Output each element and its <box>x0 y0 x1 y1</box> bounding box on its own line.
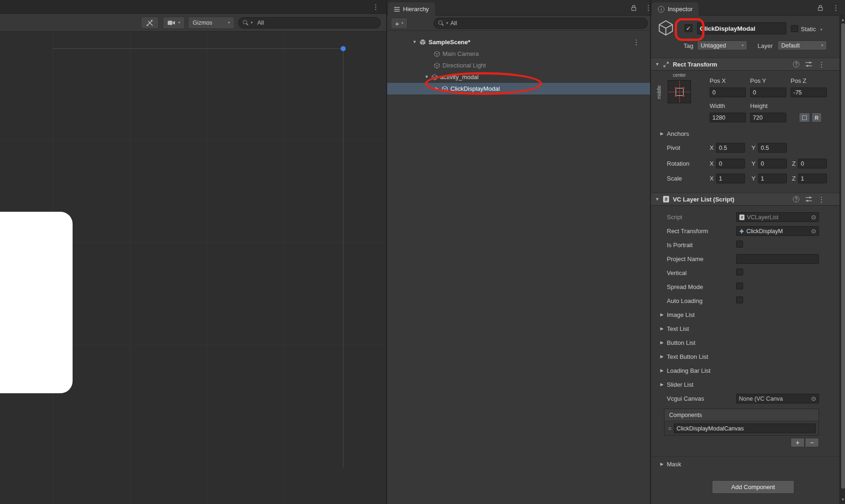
create-object-button[interactable]: + ▾ <box>391 18 408 29</box>
scene-options-kebab-icon[interactable]: ⋮ <box>633 39 640 46</box>
static-dropdown-icon[interactable]: ▾ <box>820 28 822 32</box>
vcgui-canvas-object-field[interactable]: None (VC Canva ⊙ <box>736 394 819 403</box>
tree-item-main-camera[interactable]: Main Camera <box>387 48 650 60</box>
add-component-button[interactable]: Add Component <box>712 480 794 494</box>
list-remove-button[interactable]: − <box>805 438 819 447</box>
hierarchy-search-input[interactable]: ▾ All <box>434 18 648 29</box>
anchor-preset-icon[interactable] <box>668 80 691 103</box>
component-menu-kebab-icon[interactable]: ⋮ <box>818 61 825 68</box>
width-field[interactable]: 1280 <box>710 113 746 122</box>
tree-item-activity-modal[interactable]: ▼ activity_modal <box>387 71 650 83</box>
scroll-up-icon[interactable]: ▲ <box>840 18 845 22</box>
foldout-closed-icon[interactable]: ▶ <box>660 132 664 136</box>
lock-icon[interactable] <box>631 5 637 11</box>
foldout-closed-icon[interactable]: ▶ <box>435 87 439 91</box>
vc-layer-list-header[interactable]: ▼ # VC Layer List (Script) ? ⋮ <box>651 193 839 206</box>
component-item-field[interactable]: ClickDisplayModalCanvas <box>674 423 816 433</box>
is-portrait-checkbox[interactable] <box>736 241 743 248</box>
transform-handle[interactable] <box>341 46 346 51</box>
object-picker-icon[interactable]: ⊙ <box>811 228 816 234</box>
vertical-checkbox[interactable] <box>736 269 743 276</box>
auto-loading-checkbox[interactable] <box>736 296 743 303</box>
inspector-menu-kebab-icon[interactable]: ⋮ <box>832 4 839 11</box>
gameobject-name-field[interactable]: ClickDisplayModal <box>697 22 786 34</box>
scrollbar-thumb[interactable] <box>841 23 845 489</box>
vcgui-canvas-label: Vcgui Canvas <box>667 395 704 402</box>
camera-mode-button[interactable]: ▾ <box>163 17 185 29</box>
foldout-closed-icon[interactable]: ▶ <box>660 462 664 466</box>
component-menu-kebab-icon[interactable]: ⋮ <box>818 196 825 203</box>
project-name-field[interactable] <box>736 254 819 264</box>
search-icon <box>438 20 444 26</box>
button-list-foldout[interactable]: Button List <box>667 339 695 346</box>
tab-inspector[interactable]: i Inspector <box>652 2 698 16</box>
help-icon[interactable]: ? <box>793 196 799 202</box>
foldout-open-icon[interactable]: ▼ <box>412 40 417 44</box>
object-picker-icon[interactable]: ⊙ <box>811 214 816 220</box>
pos-y-field[interactable]: 0 <box>750 87 786 97</box>
foldout-open-icon[interactable]: ▼ <box>424 75 429 79</box>
scene-search-input[interactable]: ▾ All <box>238 17 381 28</box>
blueprint-mode-button[interactable] <box>799 113 810 122</box>
static-checkbox[interactable] <box>791 25 798 32</box>
object-picker-icon[interactable]: ⊙ <box>811 396 816 402</box>
help-icon[interactable]: ? <box>793 61 799 67</box>
foldout-closed-icon[interactable]: ▶ <box>660 313 664 317</box>
list-add-button[interactable]: + <box>791 438 805 447</box>
slider-list-foldout[interactable]: Slider List <box>667 381 693 388</box>
scene-tab-strip: ⋮ <box>0 0 386 14</box>
rotation-y-field[interactable]: 0 <box>758 159 787 168</box>
spread-mode-checkbox[interactable] <box>736 282 743 289</box>
script-object-field[interactable]: # VCLayerList ⊙ <box>736 212 819 222</box>
scene-viewport[interactable] <box>0 32 386 504</box>
scale-x-field[interactable]: 1 <box>716 174 745 183</box>
scale-z-field[interactable]: 1 <box>798 174 827 183</box>
tree-item-samplescene[interactable]: ▼ SampleScene* ⋮ <box>387 36 650 48</box>
image-list-foldout[interactable]: Image List <box>667 311 695 318</box>
foldout-closed-icon[interactable]: ▶ <box>660 341 664 345</box>
anchors-foldout-label[interactable]: Anchors <box>667 130 689 137</box>
foldout-open-icon[interactable]: ▼ <box>655 62 659 67</box>
tab-hierarchy[interactable]: Hierarchy <box>388 2 435 16</box>
mask-foldout[interactable]: Mask <box>667 461 681 468</box>
pivot-y-field[interactable]: 0.5 <box>758 143 787 153</box>
tree-item-label: Main Camera <box>443 50 479 57</box>
foldout-closed-icon[interactable]: ▶ <box>660 355 664 359</box>
foldout-closed-icon[interactable]: ▶ <box>660 383 664 387</box>
scale-y-field[interactable]: 1 <box>758 174 787 183</box>
components-list-item[interactable]: = ClickDisplayModalCanvas <box>664 421 818 436</box>
tree-item-directional-light[interactable]: Directional Light <box>387 60 650 71</box>
lock-icon[interactable] <box>818 5 823 11</box>
text-list-foldout[interactable]: Text List <box>667 325 689 332</box>
inspector-scrollbar[interactable]: ▲ ▼ <box>839 16 845 504</box>
scroll-down-icon[interactable]: ▼ <box>840 497 845 502</box>
raw-edit-mode-button[interactable]: R <box>811 113 822 122</box>
pos-z-field[interactable]: -75 <box>791 87 827 97</box>
foldout-closed-icon[interactable]: ▶ <box>660 369 664 373</box>
tree-item-clickdisplaymodal[interactable]: ▶ ClickDisplayModal <box>387 83 650 94</box>
loading-bar-list-foldout[interactable]: Loading Bar List <box>667 367 711 374</box>
rect-transform-header[interactable]: ▼ Rect Transform ? ⋮ <box>651 58 839 71</box>
gizmos-dropdown[interactable]: Gizmos ▾ <box>188 17 235 29</box>
pivot-x-field[interactable]: 0.5 <box>716 143 745 153</box>
tag-dropdown[interactable]: Untagged ▾ <box>697 40 747 50</box>
presets-icon[interactable] <box>805 196 812 202</box>
presets-icon[interactable] <box>805 61 812 67</box>
rect-transform-object-field[interactable]: ClickDisplayM ⊙ <box>736 226 819 236</box>
text-button-list-foldout[interactable]: Text Button List <box>667 353 708 360</box>
script-value: VCLayerList <box>747 214 778 221</box>
chevron-down-icon: ▾ <box>251 21 253 25</box>
active-checkbox[interactable]: ✓ <box>684 24 692 32</box>
scene-menu-kebab-icon[interactable]: ⋮ <box>372 3 379 10</box>
x-axis-label: X <box>710 175 714 182</box>
foldout-closed-icon[interactable]: ▶ <box>660 327 664 331</box>
rotation-x-field[interactable]: 0 <box>716 159 745 168</box>
rotation-z-field[interactable]: 0 <box>798 159 827 168</box>
layer-dropdown[interactable]: Default ▾ <box>778 40 827 50</box>
foldout-open-icon[interactable]: ▼ <box>655 197 659 202</box>
drag-handle-icon[interactable]: = <box>668 425 671 432</box>
height-field[interactable]: 720 <box>750 113 786 122</box>
pos-x-field[interactable]: 0 <box>710 87 746 97</box>
rotation-z-value: 0 <box>801 161 804 167</box>
scene-tools-button[interactable] <box>141 17 159 29</box>
